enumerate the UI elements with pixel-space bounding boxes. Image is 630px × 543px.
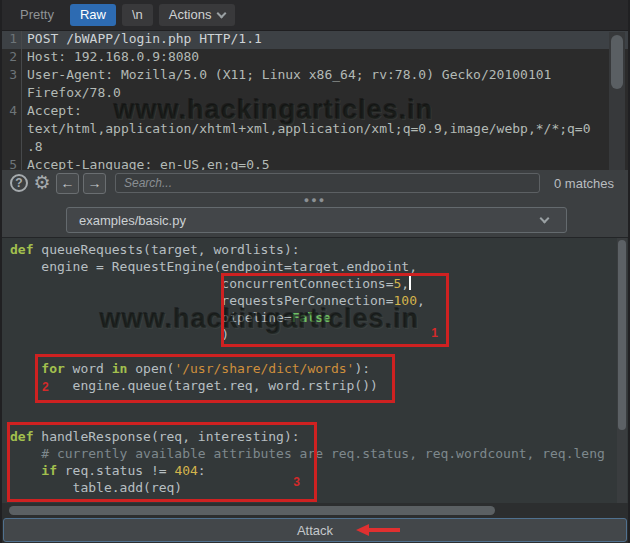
code-horizontal-scrollbar[interactable] bbox=[2, 503, 628, 518]
request-line-row: text/html,application/xhtml+xml,applicat… bbox=[2, 121, 628, 139]
annotation-label-1: 1 bbox=[431, 326, 438, 340]
script-selector-value: examples/basic.py bbox=[79, 213, 186, 228]
scrollbar-thumb[interactable] bbox=[611, 35, 623, 89]
message-editor-tabbar: Pretty Raw \n Actions bbox=[2, 0, 628, 30]
search-input[interactable] bbox=[115, 173, 540, 193]
chevron-down-icon bbox=[540, 213, 550, 223]
turbo-intruder-window: Pretty Raw \n Actions 1POST /bWAPP/login… bbox=[0, 0, 630, 543]
search-previous-button[interactable]: ← bbox=[56, 173, 79, 194]
request-vertical-scrollbar[interactable] bbox=[609, 32, 625, 170]
red-arrow-icon bbox=[356, 524, 402, 536]
search-toolbar: ? ⚙ ← → 0 matches bbox=[2, 170, 628, 196]
match-count-label: 0 matches bbox=[544, 176, 620, 191]
code-line: def queueRequests(target, wordlists): bbox=[10, 242, 628, 259]
request-line-row: 5Accept-Language: en-US,en;q=0.5 bbox=[2, 157, 628, 170]
splitter-handle[interactable]: ●●● bbox=[2, 196, 628, 204]
request-line-row: Firefox/78.0 bbox=[2, 85, 628, 103]
request-line-row: 3User-Agent: Mozilla/5.0 (X11; Linux x86… bbox=[2, 67, 628, 85]
attack-row: Attack bbox=[2, 518, 628, 543]
tab-newline[interactable]: \n bbox=[122, 4, 153, 26]
code-vertical-scrollbar[interactable] bbox=[617, 238, 627, 503]
annotation-box-1: 1 bbox=[221, 273, 449, 347]
scrollbar-thumb[interactable] bbox=[618, 240, 626, 430]
code-editor[interactable]: www.hackingarticles.in def queueRequests… bbox=[2, 237, 628, 503]
chevron-down-icon bbox=[217, 8, 227, 18]
tab-raw[interactable]: Raw bbox=[70, 4, 116, 26]
annotation-label-3: 3 bbox=[293, 475, 300, 489]
request-line-row: .8 bbox=[2, 139, 628, 157]
help-icon[interactable]: ? bbox=[10, 174, 28, 192]
annotation-box-3: 3 bbox=[7, 422, 317, 502]
tab-actions-label: Actions bbox=[169, 4, 212, 26]
attack-button-label: Attack bbox=[297, 523, 333, 538]
request-line-row: 2Host: 192.168.0.9:8080 bbox=[2, 49, 628, 67]
request-line-row: 1POST /bWAPP/login.php HTTP/1.1 bbox=[2, 31, 628, 49]
scrollbar-thumb[interactable] bbox=[9, 506, 495, 515]
search-next-button[interactable]: → bbox=[83, 173, 106, 194]
splitter-dots-icon: ●●● bbox=[304, 198, 326, 202]
attack-button[interactable]: Attack bbox=[3, 518, 627, 542]
script-selector-dropdown[interactable]: examples/basic.py bbox=[66, 207, 567, 233]
tab-pretty[interactable]: Pretty bbox=[10, 4, 64, 26]
request-editor[interactable]: 1POST /bWAPP/login.php HTTP/1.12Host: 19… bbox=[2, 30, 628, 170]
script-selector-row: examples/basic.py bbox=[2, 204, 628, 237]
gear-icon[interactable]: ⚙ bbox=[32, 174, 52, 192]
annotation-label-2: 2 bbox=[42, 380, 49, 394]
tab-actions[interactable]: Actions bbox=[159, 4, 236, 26]
request-line-row: 4Accept: bbox=[2, 103, 628, 121]
annotation-box-2: 2 bbox=[35, 354, 395, 403]
request-lines: 1POST /bWAPP/login.php HTTP/1.12Host: 19… bbox=[2, 31, 628, 170]
